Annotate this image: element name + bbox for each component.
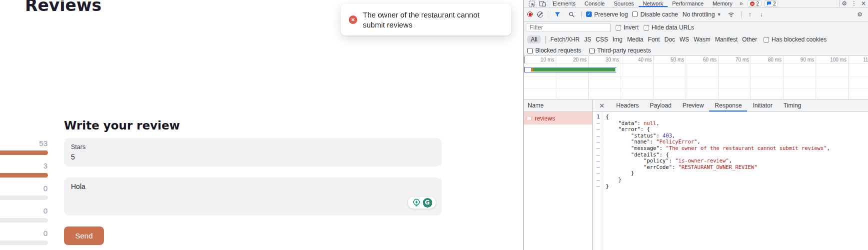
review-text-value: Hola xyxy=(71,182,435,190)
device-toolbar-icon[interactable] xyxy=(537,0,548,7)
detail-tab-preview[interactable]: Preview xyxy=(677,100,710,112)
send-button[interactable]: Send xyxy=(64,226,104,245)
fold-marker-icon[interactable]: – xyxy=(593,132,600,139)
import-har-icon[interactable]: ↑ xyxy=(746,11,753,18)
type-pill-css[interactable]: CSS xyxy=(596,36,608,43)
kebab-menu-icon[interactable]: ⋮ xyxy=(849,0,859,7)
checkbox-icon xyxy=(616,25,621,30)
type-pill-font[interactable]: Font xyxy=(648,36,660,43)
ruler-start-tick xyxy=(524,56,525,63)
type-pill-all[interactable]: All xyxy=(527,36,541,44)
ruler-label: 30 ms xyxy=(589,56,621,64)
ruler-label: 40 ms xyxy=(621,56,654,64)
ruler-label: 50 ms xyxy=(654,56,686,64)
search-icon[interactable] xyxy=(567,12,577,18)
fold-marker-icon[interactable]: – xyxy=(593,170,600,176)
devtools-panel: ElementsConsoleSourcesNetworkPerformance… xyxy=(523,0,868,250)
divider xyxy=(741,11,742,18)
grammarly-logo-icon: G xyxy=(423,198,432,208)
disable-cache-checkbox[interactable]: Disable cache xyxy=(632,11,678,18)
detail-tab-payload[interactable]: Payload xyxy=(644,100,677,112)
request-row-reviews[interactable]: reviews xyxy=(524,112,592,124)
type-pill-media[interactable]: Media xyxy=(627,36,644,43)
type-pill-wasm[interactable]: Wasm xyxy=(694,36,711,43)
rating-count: 0 xyxy=(0,184,47,192)
issues-count-badge[interactable]: 2 xyxy=(764,0,779,6)
export-har-icon[interactable]: ↓ xyxy=(758,11,765,18)
fold-marker-icon[interactable]: – xyxy=(593,164,600,170)
rating-count: 0 xyxy=(0,206,47,215)
resource-type-filter-row: AllFetch/XHRJSCSSImgMediaFontDocWSWasmMa… xyxy=(524,34,868,46)
name-column-header[interactable]: Name xyxy=(524,100,592,112)
requests-column: Name reviews xyxy=(524,100,593,250)
response-json-code: { "data": null, "error": { "status": 403… xyxy=(602,112,830,250)
close-detail-icon[interactable]: ✕ xyxy=(593,102,611,110)
main-tab-network[interactable]: Network xyxy=(639,0,668,7)
stars-field[interactable]: Stars 5 xyxy=(64,138,442,166)
code-line: "details": { xyxy=(606,152,830,158)
fold-marker-icon[interactable]: – xyxy=(593,183,600,190)
type-pill-js[interactable]: JS xyxy=(584,36,591,43)
detail-tab-timing[interactable]: Timing xyxy=(778,100,807,112)
detail-tab-headers[interactable]: Headers xyxy=(611,100,644,112)
type-pill-doc[interactable]: Doc xyxy=(664,36,675,43)
close-devtools-icon[interactable]: ✕ xyxy=(859,0,868,7)
fold-marker-icon[interactable]: – xyxy=(593,120,600,126)
type-pill-img[interactable]: Img xyxy=(613,36,623,43)
blocked-requests-row: Blocked requests Third-party requests xyxy=(524,46,868,56)
checkbox-icon xyxy=(589,48,595,54)
review-text-field[interactable]: Hola G xyxy=(64,178,442,216)
fold-marker-icon[interactable]: – xyxy=(593,138,600,145)
request-timing-bar[interactable] xyxy=(524,67,616,72)
grammarly-widget[interactable]: G xyxy=(407,196,436,209)
type-pill-ws[interactable]: WS xyxy=(680,36,689,43)
record-network-log-icon[interactable] xyxy=(527,12,533,17)
issues-bubble-icon xyxy=(767,1,772,6)
type-pill-manifest[interactable]: Manifest xyxy=(715,36,738,43)
error-circle-x-icon: ✕ xyxy=(349,16,357,24)
main-tab-performance[interactable]: Performance xyxy=(668,0,708,7)
type-pill-other[interactable]: Other xyxy=(742,36,757,43)
checkbox-icon xyxy=(632,12,638,17)
settings-gear-icon[interactable]: ⚙ xyxy=(840,0,849,7)
third-party-requests-checkbox[interactable]: Third-party requests xyxy=(589,47,651,54)
network-conditions-icon[interactable] xyxy=(726,12,737,18)
type-pill-fetchxhr[interactable]: Fetch/XHR xyxy=(550,36,580,43)
ruler-label: 10 ms xyxy=(524,56,556,64)
network-settings-gear-icon[interactable]: ⚙ xyxy=(855,11,865,18)
invert-checkbox[interactable]: Invert xyxy=(616,24,639,31)
request-detail-pane: ✕ HeadersPayloadPreviewResponseInitiator… xyxy=(593,100,868,250)
throttling-dropdown[interactable]: No throttling ▼ xyxy=(683,11,722,18)
fold-marker-icon[interactable]: – xyxy=(593,152,600,158)
inspect-element-icon[interactable] xyxy=(527,0,537,7)
divider xyxy=(548,11,548,18)
filter-input[interactable] xyxy=(527,24,611,32)
fold-marker-icon[interactable]: – xyxy=(593,176,600,183)
row-divider xyxy=(524,76,868,77)
has-blocked-cookies-checkbox[interactable]: Has blocked cookies xyxy=(764,36,827,43)
main-tab-elements[interactable]: Elements xyxy=(548,0,580,7)
stars-value: 5 xyxy=(71,153,435,161)
form-heading: Write your review xyxy=(64,119,180,132)
filter-funnel-icon[interactable] xyxy=(553,12,562,17)
response-viewer: 1––––––––––– { "data": null, "error": { … xyxy=(593,112,868,250)
more-tabs-icon[interactable]: » xyxy=(737,0,746,7)
clear-network-log-icon[interactable] xyxy=(537,12,543,18)
error-count-badge[interactable]: ✕ 2 xyxy=(748,0,762,6)
fold-marker-icon[interactable]: – xyxy=(593,158,600,164)
fold-marker-icon[interactable]: – xyxy=(593,126,600,132)
hide-data-urls-checkbox[interactable]: Hide data URLs xyxy=(644,24,694,31)
detail-tab-initiator[interactable]: Initiator xyxy=(747,100,778,112)
main-tab-console[interactable]: Console xyxy=(580,0,609,7)
network-toolbar: Preserve log Disable cache No throttling… xyxy=(524,8,868,22)
main-tab-sources[interactable]: Sources xyxy=(609,0,638,7)
rating-bar xyxy=(0,150,48,155)
row-divider xyxy=(524,88,868,88)
code-gutter: 1––––––––––– xyxy=(593,112,602,250)
preserve-log-checkbox[interactable]: Preserve log xyxy=(586,11,628,18)
detail-tab-response[interactable]: Response xyxy=(709,100,747,112)
blocked-requests-checkbox[interactable]: Blocked requests xyxy=(527,47,581,54)
main-tab-memory[interactable]: Memory xyxy=(708,0,737,7)
code-line: } xyxy=(606,176,830,183)
fold-marker-icon[interactable]: – xyxy=(593,145,600,152)
